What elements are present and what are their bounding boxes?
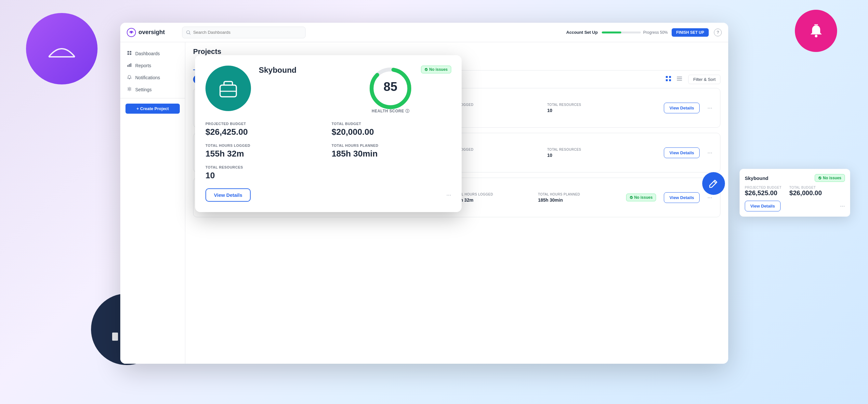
right-card-footer: View Details ···: [745, 201, 845, 211]
top-bar: oversight Account Set Up Progress 50% FI…: [120, 23, 728, 42]
help-icon[interactable]: ?: [714, 29, 722, 36]
right-card-title: Skybound: [745, 175, 769, 181]
svg-point-5: [815, 35, 817, 37]
detail-resources: TOTAL RESOURCES 10: [206, 165, 325, 180]
no-issues-badge: No issues: [626, 194, 656, 201]
sidebar-item-dashboards[interactable]: Dashboards: [120, 47, 185, 60]
sidebar: Dashboards Reports: [120, 42, 185, 364]
right-card-header: Skybound No issues: [745, 174, 845, 182]
search-icon: [186, 30, 190, 35]
filters-right: Filter & Sort: [663, 74, 720, 84]
right-card: Skybound No issues PROJECTED BUDGET $26,…: [740, 169, 850, 216]
svg-point-19: [129, 88, 130, 90]
health-ring-large: 85: [368, 66, 413, 111]
svg-rect-12: [130, 51, 131, 53]
svg-rect-11: [127, 51, 129, 53]
svg-line-10: [189, 33, 190, 34]
progress-bar-track: [602, 32, 641, 33]
svg-rect-17: [130, 63, 131, 67]
check-icon-right: [818, 176, 822, 179]
top-bar-right: Account Set Up Progress 50% FINISH SET U…: [566, 28, 722, 37]
health-score-large-container: 85 HEALTH SCORE ⓘ: [368, 66, 413, 114]
deco-circle-notification[interactable]: [795, 10, 837, 52]
svg-rect-22: [666, 79, 668, 81]
right-view-details[interactable]: View Details: [745, 201, 780, 211]
view-details-button[interactable]: View Details: [664, 103, 700, 113]
logo-area: oversight: [127, 28, 176, 37]
more-options-button-3[interactable]: ···: [707, 194, 712, 201]
grid-icon: [127, 50, 132, 56]
teal-circle: [206, 66, 251, 111]
progress-bar-fill: [602, 32, 621, 33]
detail-total-budget: TOTAL BUDGET $20,000.00: [332, 122, 451, 137]
search-bar[interactable]: [182, 27, 306, 38]
sidebar-reports-label: Reports: [135, 63, 151, 68]
check-icon-detail: [425, 68, 428, 71]
svg-line-44: [714, 181, 716, 183]
briefcase-icon: [217, 77, 240, 100]
stat-resources-2: TOTAL RESOURCES 10: [547, 148, 656, 158]
check-icon: [630, 196, 633, 199]
sidebar-item-settings[interactable]: Settings: [120, 83, 185, 96]
svg-text:85: 85: [383, 80, 397, 94]
edit-icon: [708, 178, 719, 189]
view-details-button-2[interactable]: View Details: [664, 147, 700, 158]
settings-icon: [127, 87, 132, 92]
finish-setup-button[interactable]: FINISH SET UP: [672, 28, 709, 37]
detail-overlay: Skybound 85 HEALTH SCORE ⓘ No issues PRO…: [195, 55, 462, 212]
deco-circle-purple: [26, 13, 97, 85]
sidebar-item-notifications[interactable]: Notifications: [120, 71, 185, 83]
more-options-button-2[interactable]: ···: [707, 149, 712, 156]
svg-point-18: [129, 78, 130, 79]
svg-rect-1: [112, 333, 118, 341]
detail-footer: View Details ···: [206, 188, 451, 202]
detail-projected-budget: PROJECTED BUDGET $26,425.00: [206, 122, 325, 137]
bell-icon: [127, 75, 132, 80]
right-no-issues: No issues: [815, 174, 845, 182]
health-score-label-large: HEALTH SCORE ⓘ: [372, 108, 409, 114]
svg-rect-20: [666, 76, 668, 78]
svg-point-43: [818, 177, 822, 179]
view-toggle: [663, 74, 684, 84]
search-input[interactable]: [193, 30, 301, 35]
page-title: Projects: [193, 47, 720, 56]
stat-resources: TOTAL RESOURCES 10: [547, 103, 656, 113]
sidebar-item-reports[interactable]: Reports: [120, 60, 185, 71]
grid-view-button[interactable]: [663, 74, 673, 84]
svg-rect-23: [669, 79, 671, 81]
right-total: TOTAL BUDGET $26,000.00: [789, 186, 822, 197]
account-setup-label: Account Set Up: [566, 30, 598, 35]
create-project-button[interactable]: + Create Project: [125, 104, 180, 114]
right-card-budgets: PROJECTED BUDGET $26,525.00 TOTAL BUDGET…: [745, 186, 845, 197]
more-options-button[interactable]: ···: [707, 105, 712, 111]
svg-rect-21: [669, 76, 671, 78]
right-more[interactable]: ···: [840, 203, 845, 209]
detail-header: Skybound 85 HEALTH SCORE ⓘ No issues: [206, 66, 451, 114]
svg-point-36: [630, 196, 632, 199]
bar-chart-icon: [127, 63, 132, 68]
progress-bar-container: Progress 50%: [602, 30, 668, 35]
detail-hours-planned: TOTAL HOURS PLANNED 185h 30min: [332, 143, 451, 159]
edit-icon-circle[interactable]: [702, 172, 725, 195]
account-setup: Account Set Up Progress 50% FINISH SET U…: [566, 28, 709, 37]
detail-hours-logged: TOTAL HOURS LOGGED 155h 32m: [206, 143, 325, 159]
filter-sort-button[interactable]: Filter & Sort: [688, 75, 720, 84]
right-projected: PROJECTED BUDGET $26,525.00: [745, 186, 781, 197]
svg-rect-15: [127, 65, 128, 67]
sidebar-dashboards-label: Dashboards: [135, 51, 160, 56]
detail-view-details-button[interactable]: View Details: [206, 188, 251, 202]
list-view-button[interactable]: [675, 74, 684, 84]
view-details-button-3[interactable]: View Details: [664, 192, 700, 203]
svg-rect-13: [127, 53, 129, 55]
logo-text: oversight: [138, 29, 165, 36]
logo-icon: [127, 28, 136, 37]
sidebar-settings-label: Settings: [135, 87, 152, 92]
detail-title-area: Skybound: [259, 66, 360, 75]
detail-stats-grid: PROJECTED BUDGET $26,425.00 TOTAL BUDGET…: [206, 122, 451, 180]
detail-more-button[interactable]: ···: [446, 192, 451, 198]
sidebar-divider: [120, 98, 185, 98]
progress-label: Progress 50%: [643, 30, 668, 35]
detail-project-title: Skybound: [259, 66, 360, 75]
sidebar-notifications-label: Notifications: [135, 75, 160, 80]
detail-no-issues: No issues: [421, 66, 451, 73]
